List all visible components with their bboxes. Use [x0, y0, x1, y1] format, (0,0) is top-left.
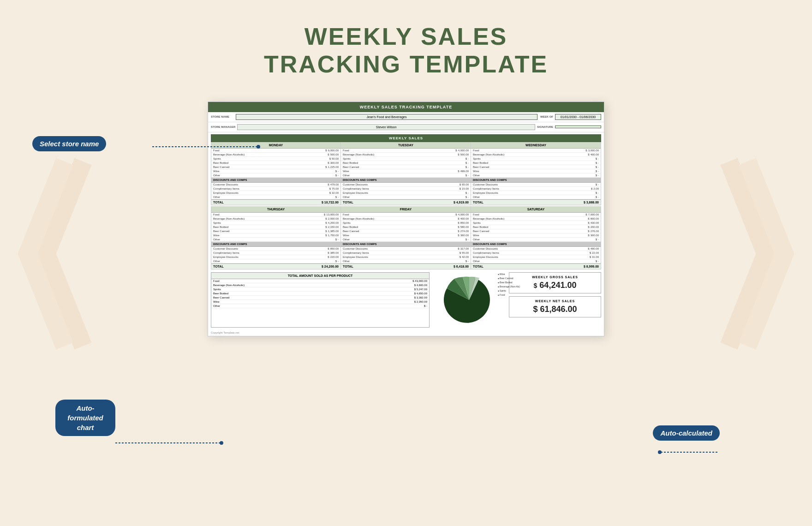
copyright: Copyright Template.net [208, 330, 604, 336]
annotation-store-name: Select store name [32, 136, 106, 151]
saturday-total: TOTAL$ 8,999.00 [471, 263, 601, 269]
store-name-field[interactable]: Jean's Food and Beverages [236, 114, 537, 120]
days-grid-row2: THURSDAY Food$13,000.00 Beverage (Non-Al… [208, 206, 604, 269]
net-sales-box: WEEKLY NET SALES $ 61,846.00 [509, 296, 601, 317]
wednesday-column: WEDNESDAY Food$3,000.00 Beverage (Non-Al… [471, 142, 601, 205]
gross-sales-label: WEEKLY GROSS SALES [512, 275, 598, 279]
store-manager-label: STORE MANAGER [211, 126, 235, 128]
net-sales-label: WEEKLY NET SALES [512, 299, 598, 303]
saturday-header: SATURDAY [471, 206, 601, 213]
sales-summary: WEEKLY GROSS SALES $ 64,241.00 WEEKLY NE… [509, 272, 601, 328]
pie-chart-area: ● Wine ● Beer Canned ● Beer Bottled ● Be… [432, 272, 506, 328]
product-totals-header: TOTAL AMOUNT SOLD AS PER PRODUCT [211, 273, 429, 279]
svg-point-3 [220, 441, 223, 445]
pie-chart [442, 272, 497, 328]
spreadsheet-container: WEEKLY SALES TRACKING TEMPLATE STORE NAM… [208, 97, 651, 336]
friday-column: FRIDAY Food$4,000.00 Beverage (Non-Alcoh… [341, 206, 471, 269]
week-of-field[interactable]: 01/01/2030 - 01/06/2030 [555, 114, 601, 120]
bottom-section: TOTAL AMOUNT SOLD AS PER PRODUCT Food$ 4… [208, 269, 604, 330]
monday-comp-items: Complimentary Items $75.00 [211, 187, 340, 191]
svg-point-5 [658, 450, 662, 454]
store-info-row: STORE NAME Jean's Food and Beverages WEE… [208, 112, 604, 122]
spreadsheet-header: WEEKLY SALES TRACKING TEMPLATE [208, 102, 604, 112]
tuesday-total: TOTAL$ 4,919.00 [341, 199, 471, 205]
friday-total: TOTAL$ 6,418.00 [341, 263, 471, 269]
manager-info-row: STORE MANAGER Steven Wilson SIGNATURE [208, 122, 604, 132]
monday-bev: Beverage (Non-Alcoholic) $500.00 [211, 153, 340, 157]
signature-field[interactable] [555, 126, 601, 128]
monday-cust-disc: Customer Discounts $479.00 [211, 183, 340, 187]
monday-disc-other: Other $- [211, 195, 340, 199]
monday-beer-canned: Beer Canned $1,225.00 [211, 165, 340, 169]
tuesday-column: TUESDAY Food$4,000.00 Beverage (Non-Alco… [341, 142, 471, 205]
page-title: WEEKLY SALES TRACKING TEMPLATE [0, 0, 812, 92]
monday-spirits: Spirits $50.00 [211, 157, 340, 161]
saturday-column: SATURDAY Food$7,000.00 Beverage (Non-Alc… [471, 206, 601, 269]
net-sales-value: $ 61,846.00 [512, 305, 598, 314]
monday-total: TOTAL $ 10,722.00 [211, 199, 340, 205]
spreadsheet: WEEKLY SALES TRACKING TEMPLATE STORE NAM… [208, 102, 604, 336]
store-manager-field[interactable]: Steven Wilson [237, 124, 535, 130]
product-totals-table: TOTAL AMOUNT SOLD AS PER PRODUCT Food$ 4… [211, 272, 430, 328]
monday-header: MONDAY [211, 142, 340, 149]
wednesday-header: WEDNESDAY [471, 142, 601, 149]
store-name-label: STORE NAME [211, 115, 234, 118]
wednesday-total: TOTAL$ 3,888.00 [471, 199, 601, 205]
monday-food: Food $9,000.00 [211, 149, 340, 153]
annotation-auto-calculated: Auto-calculated [653, 425, 720, 441]
monday-beer-bottled: Beer Bottled $300.00 [211, 161, 340, 165]
signature-label: SIGNATURE [537, 126, 553, 128]
monday-other: Other $- [211, 173, 340, 178]
monday-emp-disc: Employee Discounts $32.00 [211, 191, 340, 195]
weekly-sales-header: WEEKLY SALES [211, 134, 601, 142]
monday-wine: Wine $- [211, 169, 340, 173]
tuesday-header: TUESDAY [341, 142, 471, 149]
friday-header: FRIDAY [341, 206, 471, 213]
monday-column: MONDAY Food $9,000.00 Beverage (Non-Alco… [211, 142, 341, 205]
pie-legend: ● Wine ● Beer Canned ● Beer Bottled ● Be… [498, 272, 520, 297]
thursday-column: THURSDAY Food$13,000.00 Beverage (Non-Al… [211, 206, 341, 269]
thursday-header: THURSDAY [211, 206, 340, 213]
week-of-label: WEEK OF [539, 115, 553, 118]
annotation-chart: Auto-formulatedchart [55, 400, 115, 436]
monday-discounts-header: DISCOUNTS AND COMPS [211, 178, 340, 183]
thursday-total: TOTAL$ 24,200.00 [211, 263, 340, 269]
gross-sales-value: $ 64,241.00 [512, 281, 598, 290]
days-grid-row1: MONDAY Food $9,000.00 Beverage (Non-Alco… [208, 142, 604, 205]
gross-sales-box: WEEKLY GROSS SALES $ 64,241.00 [509, 272, 601, 293]
